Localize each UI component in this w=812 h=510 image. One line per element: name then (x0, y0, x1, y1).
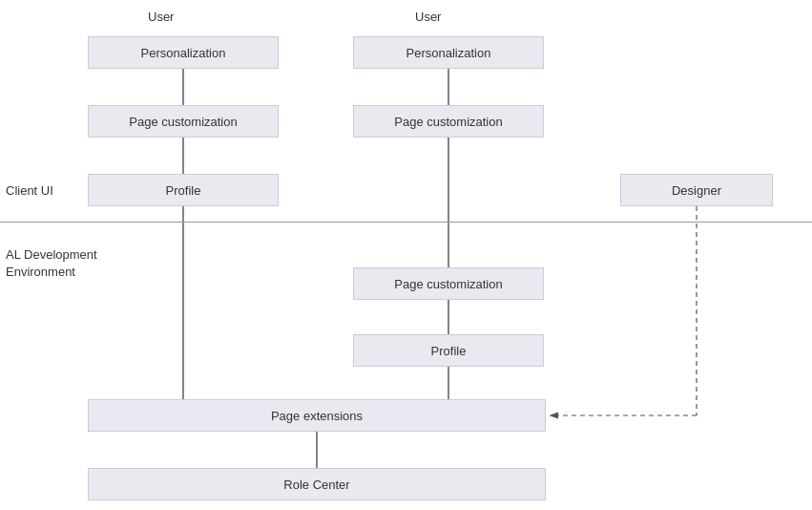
personalization-right-box: Personalization (353, 36, 544, 69)
label-user-left: User (148, 10, 174, 24)
page-cust-right-label: Page customization (394, 115, 502, 129)
page-cust-left-label: Page customization (129, 115, 237, 129)
personalization-left-label: Personalization (141, 46, 226, 60)
personalization-right-label: Personalization (406, 46, 491, 60)
designer-box: Designer (620, 174, 773, 206)
page-extensions-box: Page extensions (88, 399, 546, 432)
label-user-right: User (415, 10, 441, 24)
page-cust-left-box: Page customization (88, 105, 279, 138)
page-cust-right-box: Page customization (353, 105, 544, 138)
role-center-label: Role Center (283, 478, 349, 492)
profile-left-box: Profile (88, 174, 279, 206)
profile-left-label: Profile (166, 183, 201, 198)
designer-label: Designer (672, 183, 721, 198)
profile-mid-box: Profile (353, 334, 544, 367)
role-center-box: Role Center (88, 468, 546, 500)
page-cust-mid-box: Page customization (353, 267, 544, 300)
divider-line (0, 222, 812, 223)
connectors-svg (0, 0, 812, 510)
personalization-left-box: Personalization (88, 36, 279, 69)
profile-mid-label: Profile (431, 344, 467, 358)
diagram-container: User User Client UI AL DevelopmentEnviro… (0, 0, 812, 510)
label-al-dev: AL DevelopmentEnvironment (6, 246, 97, 281)
label-client-ui: Client UI (6, 183, 53, 198)
page-extensions-label: Page extensions (271, 409, 363, 423)
page-cust-mid-label: Page customization (394, 277, 502, 291)
